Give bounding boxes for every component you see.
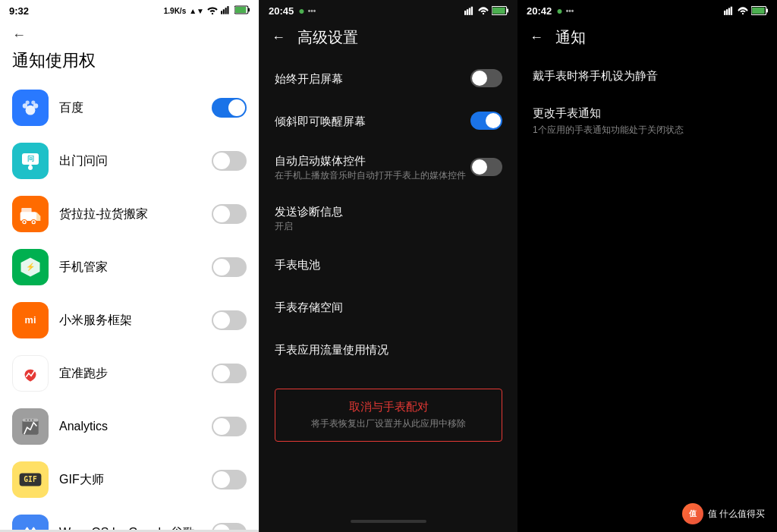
- svg-text:GIF: GIF: [24, 475, 37, 483]
- svg-point-10: [26, 100, 30, 104]
- notif-item-change[interactable]: 更改手表通知 1个应用的手表通知功能处于关闭状态: [517, 94, 777, 147]
- list-item: Analytics: [0, 400, 259, 453]
- unpair-button[interactable]: 取消与手表配对 将手表恢复出厂设置并从此应用中移除: [275, 389, 502, 442]
- list-item: Wear OS by Google 谷歌: [0, 506, 259, 530]
- status-icons-middle: [464, 6, 508, 15]
- list-item: 百度: [0, 81, 259, 134]
- toggle-tilt[interactable]: [470, 112, 502, 130]
- svg-rect-46: [766, 9, 768, 13]
- app-name-baidu: 百度: [59, 100, 212, 116]
- settings-item-title: 手表存储空间: [275, 299, 502, 315]
- toggle-yijun[interactable]: [212, 364, 247, 383]
- settings-item-title: 倾斜即可唤醒屏幕: [275, 113, 470, 129]
- svg-rect-39: [507, 9, 508, 13]
- settings-item-media[interactable]: 自动启动媒体控件 在手机上播放音乐时自动打开手表上的媒体控件: [260, 142, 517, 193]
- svg-point-29: [29, 419, 30, 420]
- app-name-shouji: 手机管家: [59, 260, 212, 275]
- status-bar-right: 20:42 ● •••: [517, 0, 777, 21]
- app-name-huolala: 货拉拉-拉货搬家: [59, 206, 212, 222]
- app-icon-xiaomi: mi: [12, 302, 49, 338]
- signal-bars-left: [221, 5, 231, 16]
- bottom-bar-right: 值 值 什么值得买: [517, 496, 777, 532]
- app-icon-analytics: [12, 408, 49, 445]
- svg-text:mi: mi: [25, 314, 36, 326]
- status-dot-middle: ●: [298, 5, 304, 17]
- battery-icon-left: [234, 5, 250, 16]
- three-dots-right: •••: [566, 7, 574, 15]
- toggle-chumen[interactable]: [212, 151, 247, 171]
- time-middle: 20:45: [269, 5, 294, 17]
- svg-rect-41: [724, 11, 725, 15]
- app-icon-gif: GIF: [12, 461, 49, 498]
- toggle-gif[interactable]: [212, 470, 247, 490]
- app-icon-chumen: 问: [12, 143, 49, 179]
- toggle-analytics[interactable]: [212, 417, 247, 436]
- wifi-icon: [207, 5, 218, 16]
- middle-nav-header: ← 高级设置: [260, 21, 517, 51]
- settings-item-storage[interactable]: 手表存储空间: [260, 285, 517, 328]
- svg-rect-36: [469, 8, 470, 15]
- toggle-always-on[interactable]: [470, 69, 502, 87]
- toggle-huolala[interactable]: [212, 204, 247, 224]
- status-bar-middle: 20:45 ● •••: [260, 0, 517, 21]
- svg-text:问: 问: [27, 155, 34, 162]
- svg-rect-3: [227, 6, 228, 14]
- svg-rect-5: [248, 8, 250, 11]
- page-title-left: 通知使用权: [0, 46, 259, 81]
- settings-item-text: 自动启动媒体控件 在手机上播放音乐时自动打开手表上的媒体控件: [275, 153, 470, 182]
- svg-point-33: [21, 524, 39, 530]
- back-button-right[interactable]: ←: [530, 30, 543, 46]
- toggle-shouji[interactable]: [212, 257, 247, 277]
- settings-item-always-on[interactable]: 始终开启屏幕: [260, 57, 517, 99]
- back-button-middle[interactable]: ←: [272, 30, 285, 46]
- brand-badge: 值 值 什么值得买: [682, 503, 765, 524]
- app-icon-huolala: [12, 196, 49, 232]
- svg-text:⚡: ⚡: [26, 262, 36, 272]
- page-title-right: 通知: [555, 27, 586, 48]
- notification-list: 戴手表时将手机设为静音 更改手表通知 1个应用的手表通知功能处于关闭状态: [517, 51, 777, 496]
- toggle-xiaomi[interactable]: [212, 310, 247, 330]
- app-icon-wearos: [12, 515, 49, 530]
- settings-item-tilt[interactable]: 倾斜即可唤醒屏幕: [260, 99, 517, 142]
- svg-rect-43: [728, 8, 730, 15]
- network-speed: 1.9K/s: [164, 7, 186, 15]
- unpair-btn-container: 取消与手表配对 将手表恢复出厂设置并从此应用中移除: [260, 376, 517, 454]
- app-name-gif: GIF大师: [59, 472, 212, 488]
- notif-item-sub: 1个应用的手表通知功能处于关闭状态: [533, 124, 762, 137]
- page-title-middle: 高级设置: [297, 27, 358, 48]
- settings-item-battery[interactable]: 手表电池: [260, 243, 517, 285]
- svg-rect-2: [225, 8, 227, 14]
- app-name-analytics: Analytics: [59, 419, 212, 435]
- svg-rect-34: [464, 11, 466, 15]
- status-bar-left: 9:32 1.9K/s ▲▼: [0, 0, 259, 21]
- time-left: 9:32: [9, 5, 29, 17]
- toggle-wearos[interactable]: [212, 523, 247, 530]
- settings-item-traffic[interactable]: 手表应用流量使用情况: [260, 328, 517, 370]
- left-nav-header: ←: [0, 21, 259, 46]
- svg-point-20: [24, 221, 26, 223]
- settings-list: 始终开启屏幕 倾斜即可唤醒屏幕 自动启动媒体控件 在手机上播放音乐时自动打开手表…: [260, 51, 517, 514]
- app-icon-yijun: [12, 355, 49, 392]
- svg-rect-1: [223, 9, 225, 14]
- list-item: ⚡ 手机管家: [0, 241, 259, 294]
- settings-item-title: 始终开启屏幕: [275, 71, 470, 87]
- svg-rect-35: [467, 9, 468, 15]
- settings-item-subtitle: 在手机上播放音乐时自动打开手表上的媒体控件: [275, 170, 470, 182]
- settings-item-diagnostic[interactable]: 发送诊断信息 开启: [260, 193, 517, 244]
- toggle-baidu[interactable]: [212, 98, 247, 118]
- app-name-yijun: 宜准跑步: [59, 366, 212, 382]
- svg-point-28: [26, 419, 27, 420]
- settings-item-text: 手表应用流量使用情况: [275, 342, 502, 357]
- settings-item-title: 手表电池: [275, 257, 502, 272]
- brand-text: 值 什么值得买: [708, 508, 765, 521]
- svg-rect-14: [30, 165, 32, 168]
- list-item: 问 出门问问: [0, 134, 259, 187]
- svg-point-30: [32, 419, 33, 420]
- svg-rect-40: [492, 8, 505, 14]
- back-button-left[interactable]: ←: [12, 27, 26, 43]
- toggle-media[interactable]: [470, 158, 502, 176]
- left-panel: 9:32 1.9K/s ▲▼ ← 通知使用权: [0, 0, 259, 532]
- notif-item-silent[interactable]: 戴手表时将手机设为静音: [517, 57, 777, 94]
- list-item: 宜准跑步: [0, 347, 259, 400]
- settings-item-text: 发送诊断信息 开启: [275, 203, 502, 233]
